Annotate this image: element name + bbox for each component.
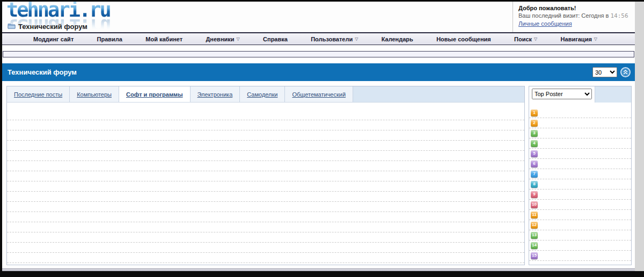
top-poster-row: 2 (529, 118, 631, 128)
folder-icon (8, 21, 16, 31)
nav-item-label: Новые сообщения (436, 36, 491, 42)
welcome-box: Добро пожаловать! Ваш последний визит: С… (513, 2, 635, 32)
chevron-down-icon: ▽ (355, 37, 358, 41)
top-poster-row: 13 (529, 230, 631, 240)
poster-rank-badge[interactable]: 4 (531, 140, 538, 147)
nav-item-label: Навигация (561, 36, 592, 42)
nav-item-label: Дневники (206, 36, 235, 42)
thread-row (7, 222, 524, 232)
nav-item-9[interactable]: Навигация▽ (561, 36, 597, 42)
nav-item-8[interactable]: Поиск▽ (514, 36, 537, 42)
poster-rank-badge[interactable]: 13 (531, 232, 538, 239)
chevron-down-icon: ▽ (534, 37, 537, 41)
top-poster-row: 11 (529, 210, 631, 220)
tab-strip-filler (353, 86, 524, 102)
bottom-border (0, 271, 644, 277)
tab-0[interactable]: Последние посты (7, 86, 70, 102)
top-poster-row: 10 (529, 200, 631, 210)
thread-row (7, 243, 524, 253)
site-subtitle: Технический форум (18, 23, 87, 31)
chevron-down-icon: ▽ (594, 37, 597, 41)
tab-4[interactable]: Самоделки (240, 86, 285, 102)
forum-title: Технический форум (8, 68, 77, 76)
poster-rank-badge[interactable]: 12 (531, 222, 538, 229)
breadcrumb-bar (3, 51, 634, 57)
nav-item-label: Календарь (382, 36, 413, 42)
thread-row (7, 202, 524, 212)
poster-rank-badge[interactable]: 6 (531, 161, 538, 167)
top-poster-list: 123456789101112131415 (529, 108, 631, 261)
private-messages-link[interactable]: Личные сообщения (518, 20, 572, 27)
main-nav: Моддинг сайтПравилаМой кабинетДневники▽С… (2, 32, 635, 45)
page-size-select[interactable]: 30 (592, 67, 617, 77)
top-poster-row: 5 (529, 149, 631, 159)
tab-2[interactable]: Софт и программы (119, 86, 191, 102)
content-row: Последние постыКомпьютерыСофт и программ… (2, 81, 635, 265)
thread-row (7, 171, 524, 181)
tab-5[interactable]: Общетематический (285, 86, 353, 102)
logo[interactable]: tehnari.ru tehnari.ru Технический форум (2, 2, 228, 32)
poster-rank-badge[interactable]: 3 (531, 130, 538, 137)
sidebar-header-filler (595, 86, 631, 103)
nav-item-5[interactable]: Пользователи▽ (311, 36, 358, 42)
top-poster-row: 15 (529, 251, 631, 261)
top-poster-row: 14 (529, 240, 631, 251)
nav-item-1[interactable]: Правила (97, 36, 122, 42)
top-poster-sidebar: Top Poster 123456789101112131415 (529, 86, 632, 265)
site-subtitle-row: Технический форум (8, 21, 87, 31)
thread-row (7, 151, 524, 161)
collapse-forum-icon[interactable] (620, 67, 631, 77)
poster-rank-badge[interactable]: 10 (531, 201, 538, 208)
poster-rank-badge[interactable]: 1 (531, 110, 538, 116)
tab-1[interactable]: Компьютеры (70, 86, 119, 102)
nav-item-7[interactable]: Новые сообщения (436, 36, 491, 42)
poster-rank-badge[interactable]: 8 (531, 181, 538, 188)
poster-rank-badge[interactable]: 9 (531, 191, 538, 198)
thread-row (7, 103, 524, 120)
poster-rank-badge[interactable]: 7 (531, 171, 538, 178)
top-poster-row: 4 (529, 138, 631, 149)
thread-row (7, 130, 524, 141)
last-visit-label: Ваш последний визит: Сегодня в (518, 12, 609, 19)
poster-rank-badge[interactable]: 11 (531, 212, 538, 218)
top-poster-select[interactable]: Top Poster (532, 89, 592, 99)
nav-item-label: Правила (97, 36, 122, 42)
tab-3[interactable]: Электроника (191, 86, 240, 102)
thread-list-panel: Последние постыКомпьютерыСофт и программ… (6, 86, 525, 265)
thread-row (7, 212, 524, 222)
top-poster-row: 8 (529, 179, 631, 189)
nav-item-4[interactable]: Справка (263, 36, 288, 42)
poster-rank-badge[interactable]: 2 (531, 120, 538, 127)
top-poster-row: 7 (529, 169, 631, 179)
thread-row (7, 181, 524, 192)
nav-item-label: Поиск (514, 36, 532, 42)
nav-item-2[interactable]: Мой кабинет (145, 36, 182, 42)
forum-site: tehnari.ru tehnari.ru Технический форум … (2, 2, 635, 268)
poster-rank-badge[interactable]: 5 (531, 150, 538, 157)
thread-row (7, 161, 524, 171)
thread-row (7, 232, 524, 243)
poster-rank-badge[interactable]: 15 (531, 252, 538, 259)
thread-rows (7, 103, 524, 263)
thread-row (7, 141, 524, 151)
top-border (0, 0, 644, 2)
nav-item-0[interactable]: Моддинг сайт (33, 36, 74, 42)
nav-item-label: Справка (263, 36, 288, 42)
page-container: tehnari.ru tehnari.ru Технический форум … (0, 0, 644, 277)
thread-row (7, 192, 524, 202)
top-poster-row: 1 (529, 108, 631, 118)
nav-item-label: Пользователи (311, 36, 353, 42)
nav-item-6[interactable]: Календарь (382, 36, 413, 42)
nav-item-3[interactable]: Дневники▽ (206, 36, 240, 42)
left-border (0, 0, 2, 277)
welcome-title: Добро пожаловать! (518, 5, 630, 11)
poster-rank-badge[interactable]: 14 (531, 242, 538, 249)
thread-row (7, 253, 524, 263)
top-poster-row: 9 (529, 189, 631, 200)
last-visit-text: Ваш последний визит: Сегодня в 14:56 (518, 12, 630, 19)
forum-header-bar: Технический форум 30 (2, 63, 635, 81)
logo-text[interactable]: tehnari.ru (6, 2, 110, 18)
last-visit-time: 14:56 (611, 12, 628, 19)
chevron-down-icon: ▽ (237, 37, 240, 41)
site-header: tehnari.ru tehnari.ru Технический форум … (2, 2, 635, 32)
